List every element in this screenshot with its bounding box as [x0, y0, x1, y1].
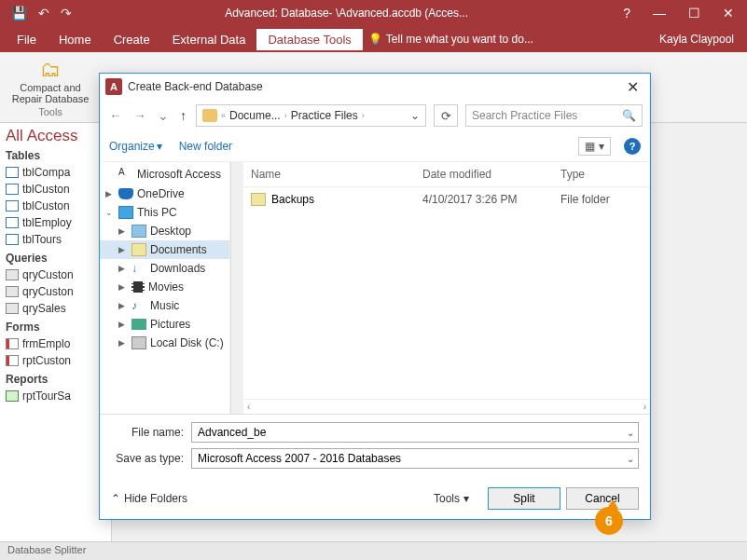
frm-icon	[6, 338, 19, 349]
help-button[interactable]: ?	[624, 138, 641, 155]
user-name[interactable]: Kayla Claypool	[659, 33, 734, 46]
search-icon: 🔍	[622, 109, 636, 122]
nav-object[interactable]: frmEmplo	[6, 335, 107, 352]
view-button[interactable]: ▦ ▾	[578, 137, 611, 156]
search-input[interactable]: Search Practice Files 🔍	[465, 104, 643, 127]
tree-node-onedrive[interactable]: ▶OneDrive	[100, 184, 229, 203]
col-date[interactable]: Date modified	[422, 168, 560, 181]
nav-object[interactable]: qryCuston	[6, 283, 107, 300]
expand-icon[interactable]: ▶	[118, 226, 128, 236]
dialog-titlebar: A Create Back-end Database ✕	[100, 74, 650, 100]
save-icon[interactable]: 💾	[11, 6, 27, 20]
nav-object-label: tblCuston	[22, 183, 70, 196]
hide-folders-button[interactable]: ⌃ Hide Folders	[111, 492, 187, 505]
expand-icon[interactable]: ▶	[105, 189, 115, 198]
tree-label: Downloads	[150, 262, 205, 275]
nav-object[interactable]: tblCompa	[6, 164, 107, 181]
redo-icon[interactable]: ↷	[61, 6, 72, 20]
nav-object-label: rptCuston	[22, 354, 71, 367]
scroll-right-icon[interactable]: ›	[643, 402, 646, 412]
tab-home[interactable]: Home	[48, 29, 103, 50]
nav-object[interactable]: qryCuston	[6, 266, 107, 283]
tree-node-desktop[interactable]: ▶Desktop	[100, 222, 229, 240]
file-list-header[interactable]: Name Date modified Type	[243, 162, 650, 187]
nav-section-queries[interactable]: Queries	[6, 252, 107, 265]
expand-icon[interactable]: ▶	[118, 301, 128, 310]
organize-button[interactable]: Organize ▾	[109, 140, 162, 153]
tree-label: Music	[150, 299, 179, 312]
tree-node-documents[interactable]: ▶Documents	[100, 240, 229, 259]
breadcrumb-seg-0[interactable]: Docume...	[229, 109, 281, 122]
breadcrumb-seg-1[interactable]: Practice Files	[291, 109, 358, 122]
compact-repair-button[interactable]: 🗂 Compact and Repair Database Tools	[7, 58, 93, 117]
tree-label: Documents	[150, 243, 207, 256]
toolbar-group-label: Tools	[7, 106, 93, 117]
col-type[interactable]: Type	[560, 168, 643, 181]
tree-node-movies[interactable]: ▶Movies	[100, 278, 229, 296]
frm-icon	[6, 355, 19, 366]
nav-object[interactable]: tblTours	[6, 231, 107, 248]
nav-section-forms[interactable]: Forms	[6, 321, 107, 334]
tab-file[interactable]: File	[6, 29, 48, 50]
file-name-dropdown-icon[interactable]: ⌄	[627, 428, 634, 438]
qry-icon	[6, 303, 19, 314]
nav-up-icon[interactable]: ↑	[178, 108, 188, 123]
nav-recent-icon[interactable]: ⌄	[156, 108, 171, 123]
tab-database-tools[interactable]: Database Tools	[256, 29, 362, 50]
minimize-icon[interactable]: —	[653, 6, 666, 20]
organize-dropdown-icon: ▾	[157, 140, 162, 153]
save-type-select[interactable]: Microsoft Access 2007 - 2016 Databases ⌄	[191, 448, 639, 469]
tree-node-local-disk-c-[interactable]: ▶Local Disk (C:)	[100, 334, 229, 352]
nav-object[interactable]: tblEmploy	[6, 214, 107, 231]
close-icon[interactable]: ✕	[723, 6, 734, 20]
nav-object[interactable]: qrySales	[6, 300, 107, 317]
expand-icon[interactable]: ▶	[118, 282, 128, 292]
breadcrumb-dropdown-icon[interactable]: ⌄	[410, 109, 420, 122]
maximize-icon[interactable]: ☐	[688, 6, 700, 20]
nav-object[interactable]: tblCuston	[6, 198, 107, 214]
od-icon	[118, 188, 133, 199]
file-name-input[interactable]: Advanced_be ⌄	[191, 422, 639, 443]
breadcrumb[interactable]: « Docume... › Practice Files › ⌄	[196, 104, 426, 127]
help-icon[interactable]: ?	[623, 6, 630, 20]
tree-scrollbar[interactable]	[230, 162, 243, 414]
dialog-close-icon[interactable]: ✕	[621, 78, 644, 96]
file-row[interactable]: Backups4/10/2017 3:26 PMFile folder	[243, 187, 650, 212]
col-name[interactable]: Name	[251, 168, 422, 181]
downloads-icon: ↓	[131, 262, 146, 275]
tools-menu[interactable]: Tools ▾	[434, 492, 469, 505]
expand-icon[interactable]: ▶	[118, 245, 128, 254]
nav-object[interactable]: rptCuston	[6, 352, 107, 369]
qry-icon	[6, 269, 19, 280]
nav-back-icon[interactable]: ←	[107, 108, 124, 123]
search-placeholder: Search Practice Files	[472, 109, 577, 122]
nav-object[interactable]: tblCuston	[6, 181, 107, 198]
nav-section-tables[interactable]: Tables	[6, 149, 107, 162]
tab-external-data[interactable]: External Data	[161, 29, 257, 50]
tell-me[interactable]: 💡 Tell me what you want to do...	[368, 33, 533, 46]
pic-icon	[131, 319, 146, 330]
nav-section-reports[interactable]: Reports	[6, 373, 107, 386]
new-folder-button[interactable]: New folder	[179, 140, 232, 153]
split-button[interactable]: Split	[488, 487, 560, 510]
folder-tree[interactable]: AMicrosoft Access▶OneDrive⌄This PC▶Deskt…	[100, 162, 230, 414]
nav-object[interactable]: rptTourSa	[6, 388, 107, 404]
nav-object-label: tblEmploy	[22, 216, 72, 229]
refresh-button[interactable]: ⟳	[434, 104, 458, 127]
tree-node-music[interactable]: ▶♪Music	[100, 296, 229, 315]
expand-icon[interactable]: ▶	[118, 320, 128, 329]
fld-icon	[131, 225, 146, 238]
tree-node-downloads[interactable]: ▶↓Downloads	[100, 259, 229, 278]
tab-create[interactable]: Create	[103, 29, 161, 50]
expand-icon[interactable]: ⌄	[105, 208, 115, 217]
tree-node-microsoft-access[interactable]: AMicrosoft Access	[100, 164, 229, 184]
tree-node-this-pc[interactable]: ⌄This PC	[100, 203, 229, 222]
save-type-dropdown-icon[interactable]: ⌄	[627, 454, 634, 464]
undo-icon[interactable]: ↶	[38, 6, 49, 20]
expand-icon[interactable]: ▶	[118, 264, 128, 273]
tree-node-pictures[interactable]: ▶Pictures	[100, 315, 229, 334]
organize-label: Organize	[109, 140, 155, 153]
expand-icon[interactable]: ▶	[118, 338, 128, 348]
tree-label: Movies	[148, 280, 184, 294]
file-list-hscroll[interactable]: ‹›	[243, 399, 650, 414]
